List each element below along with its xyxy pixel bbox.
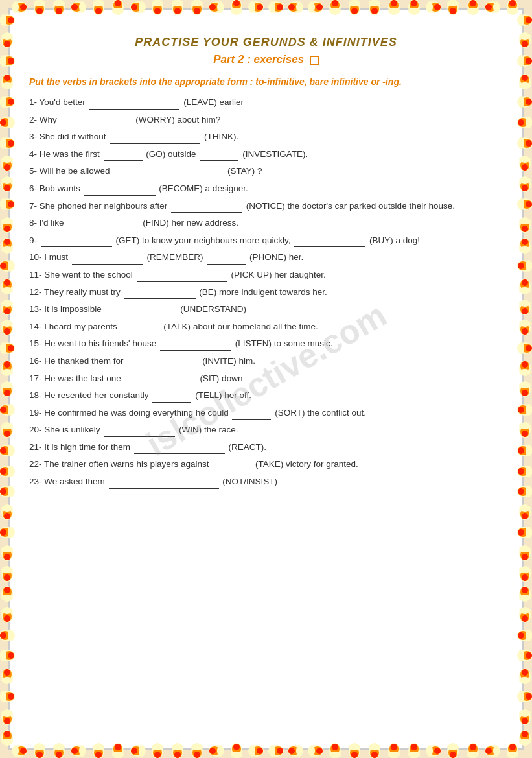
svg-point-207 [8, 527, 14, 538]
svg-point-451 [296, 745, 303, 757]
svg-point-243 [1, 710, 13, 717]
svg-point-179 [1, 382, 13, 388]
svg-point-154 [0, 263, 6, 269]
candy-decoration [516, 93, 532, 111]
blank-field[interactable] [207, 254, 246, 265]
exercise-item: 10- I must (REMEMBER) (PHONE) her. [29, 250, 503, 265]
svg-point-47 [231, 8, 242, 14]
blank-field[interactable] [200, 150, 238, 161]
svg-point-447 [269, 745, 275, 757]
instructions: Put the verbs in brackets into the appro… [29, 75, 503, 89]
svg-point-458 [332, 744, 338, 750]
svg-point-238 [8, 693, 14, 700]
exercise-item: 22- The trainer often warns his players … [29, 457, 503, 471]
blank-field[interactable] [89, 99, 179, 110]
svg-point-411 [93, 744, 104, 750]
svg-point-126 [0, 119, 6, 126]
blank-field[interactable] [110, 134, 200, 144]
svg-point-274 [526, 140, 532, 147]
blank-field[interactable] [104, 427, 175, 437]
subtitle: Part 2 : exercises [29, 53, 503, 66]
blank-field[interactable] [232, 409, 271, 420]
blank-field[interactable] [171, 202, 242, 213]
svg-point-479 [426, 745, 433, 757]
exercise-number: 17- [29, 373, 42, 383]
svg-point-487 [467, 752, 479, 758]
svg-point-415 [112, 752, 124, 758]
svg-point-139 [1, 177, 13, 184]
exercise-item: 12- They really must try (BE) more indul… [29, 285, 503, 300]
blank-field[interactable] [41, 237, 112, 247]
svg-point-38 [194, 8, 200, 14]
candy-decoration [516, 359, 532, 377]
exercise-item: 5- Will he be allowed (STAY) ? [29, 164, 503, 178]
title-section: PRACTISE YOUR GERUNDS & INFINITIVES Part… [29, 36, 503, 66]
blank-field[interactable] [137, 272, 227, 282]
main-title: PRACTISE YOUR GERUNDS & INFINITIVES [29, 36, 503, 49]
exercise-item: 6- Bob wants (BECOME) a designer. [29, 182, 503, 196]
blank-field[interactable] [152, 392, 191, 403]
svg-point-130 [8, 140, 14, 147]
candy-decoration [516, 482, 532, 501]
svg-point-295 [519, 246, 531, 253]
blank-field[interactable] [104, 150, 143, 161]
blank-field[interactable] [213, 461, 251, 471]
svg-point-311 [519, 320, 531, 327]
blank-field[interactable] [160, 340, 231, 351]
blank-field[interactable] [109, 479, 219, 489]
candy-decoration [326, 0, 344, 16]
candy-decoration [50, 742, 68, 758]
blank-field[interactable] [127, 358, 198, 368]
blank-field[interactable] [84, 185, 156, 196]
svg-point-379 [519, 677, 531, 683]
svg-point-123 [0, 96, 6, 108]
svg-point-270 [518, 119, 524, 126]
candy-decoration [247, 742, 265, 758]
candy-decoration [0, 482, 16, 501]
exercise-number: 22- [29, 459, 42, 469]
svg-point-406 [71, 748, 78, 754]
checkbox-icon [310, 56, 319, 65]
svg-point-166 [4, 328, 10, 335]
blank-field[interactable] [72, 254, 143, 265]
page-wrapper: // Will be rendered below via JS [0, 0, 532, 758]
candy-decoration [0, 606, 16, 624]
svg-point-46 [233, 0, 240, 6]
candy-decoration [0, 175, 16, 193]
svg-point-199 [8, 486, 14, 497]
svg-point-26 [131, 4, 137, 10]
svg-point-62 [316, 4, 323, 10]
svg-point-59 [296, 1, 303, 13]
svg-point-394 [20, 748, 27, 754]
blank-field[interactable] [121, 323, 160, 333]
candy-decoration [109, 0, 127, 16]
svg-point-211 [1, 546, 13, 552]
svg-point-271 [526, 117, 532, 128]
blank-field[interactable] [294, 237, 365, 247]
blank-field[interactable] [61, 116, 132, 126]
blank-field[interactable] [113, 168, 224, 178]
blank-field[interactable] [124, 289, 196, 299]
svg-point-239 [0, 691, 6, 702]
exercise-number: 1- [29, 97, 37, 107]
blank-field[interactable] [134, 444, 225, 454]
svg-point-306 [522, 308, 528, 314]
blank-field[interactable] [106, 306, 177, 316]
svg-point-159 [1, 287, 13, 294]
svg-point-426 [174, 752, 181, 758]
svg-point-402 [56, 752, 62, 758]
candy-decoration [109, 742, 127, 758]
svg-point-347 [519, 505, 531, 512]
candy-decoration [0, 585, 16, 603]
candy-decoration [0, 380, 16, 398]
svg-point-419 [139, 745, 145, 757]
candy-decoration [516, 503, 532, 521]
candy-decoration [405, 0, 423, 16]
svg-point-263 [519, 82, 531, 89]
blank-field[interactable] [125, 375, 196, 385]
svg-point-302 [522, 279, 528, 286]
blank-field[interactable] [67, 220, 139, 230]
candy-decoration [516, 195, 532, 213]
svg-point-171 [0, 342, 6, 354]
svg-point-155 [8, 260, 14, 272]
